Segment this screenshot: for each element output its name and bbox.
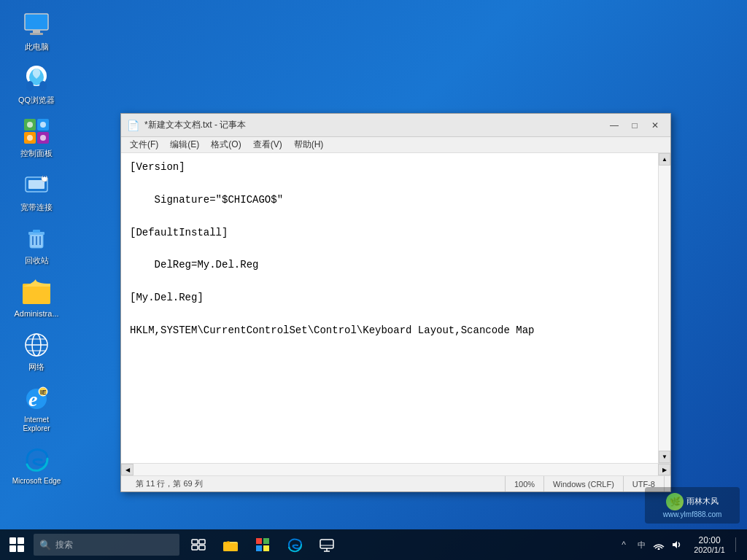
ie-label: Internet Explorer bbox=[10, 416, 63, 433]
desktop-icon-this-pc[interactable]: 此电脑 bbox=[7, 7, 66, 55]
svg-rect-1 bbox=[33, 30, 40, 33]
menu-help[interactable]: 帮助(H) bbox=[288, 137, 330, 152]
edge-taskbar-icon bbox=[286, 536, 303, 553]
notepad-title: *新建文本文档.txt - 记事本 bbox=[144, 119, 603, 131]
edge-icon bbox=[22, 445, 51, 474]
scroll-up-button[interactable]: ▲ bbox=[659, 153, 670, 166]
taskbar-item-store[interactable] bbox=[247, 531, 279, 559]
desktop-icon-network[interactable]: 网络 bbox=[7, 327, 66, 375]
horizontal-scrollbar[interactable]: ◀ ▶ bbox=[121, 463, 670, 475]
taskbar-search[interactable]: 🔍 搜索 bbox=[34, 534, 179, 556]
qq-browser-icon bbox=[22, 63, 51, 93]
status-line-ending: Windows (CRLF) bbox=[544, 476, 624, 491]
svg-point-4 bbox=[26, 81, 34, 91]
menu-edit[interactable]: 编辑(E) bbox=[164, 137, 205, 152]
menu-format[interactable]: 格式(O) bbox=[205, 137, 247, 152]
svg-rect-43 bbox=[263, 545, 269, 551]
qq-browser-label: QQ浏览器 bbox=[18, 96, 55, 105]
notepad-title-icon: 📄 bbox=[127, 120, 139, 131]
desktop-icon-ie[interactable]: e IE Internet Explorer bbox=[7, 381, 66, 436]
tray-volume-icon[interactable] bbox=[669, 537, 684, 552]
close-button[interactable]: ✕ bbox=[646, 118, 665, 133]
svg-rect-2 bbox=[30, 33, 43, 35]
svg-rect-39 bbox=[223, 543, 238, 551]
administrator-label: Administra... bbox=[14, 309, 58, 319]
svg-point-48 bbox=[658, 548, 660, 551]
desktop-icon-control-panel[interactable]: 控制面板 bbox=[7, 114, 66, 161]
svg-point-16 bbox=[42, 176, 47, 182]
menu-view[interactable]: 查看(V) bbox=[247, 137, 288, 152]
ie-icon: e IE bbox=[22, 384, 51, 413]
notepad-textarea[interactable]: [Version] Signature="$CHICAGO$" [Default… bbox=[121, 153, 658, 463]
notepad-titlebar[interactable]: 📄 *新建文本文档.txt - 记事本 — □ ✕ bbox=[121, 114, 670, 137]
svg-rect-15 bbox=[28, 180, 44, 189]
tray-lang-icon[interactable]: 中 bbox=[634, 537, 649, 552]
start-button[interactable] bbox=[0, 529, 34, 560]
clock-time: 20:00 bbox=[694, 535, 725, 545]
svg-point-10 bbox=[27, 122, 33, 128]
tray-network-icon[interactable] bbox=[651, 537, 666, 552]
edge-label: Microsoft Edge bbox=[12, 477, 61, 486]
search-icon: 🔍 bbox=[39, 540, 51, 551]
notepad-content: [Version] Signature="$CHICAGO$" [Default… bbox=[121, 153, 670, 463]
search-placeholder: 搜索 bbox=[55, 539, 73, 551]
notepad-window: 📄 *新建文本文档.txt - 记事本 — □ ✕ 文件(F) 编辑(E) 格式… bbox=[120, 113, 671, 492]
scroll-right-button[interactable]: ▶ bbox=[658, 464, 670, 475]
show-desktop-button[interactable] bbox=[735, 537, 741, 552]
taskbar-item-taskview[interactable] bbox=[182, 531, 214, 559]
this-pc-label: 此电脑 bbox=[25, 42, 49, 52]
control-panel-icon bbox=[22, 117, 51, 146]
svg-point-12 bbox=[27, 135, 33, 141]
hscroll-track[interactable] bbox=[133, 464, 658, 475]
svg-rect-34 bbox=[192, 540, 198, 544]
taskbar-item-network-icon[interactable] bbox=[311, 531, 343, 559]
network-icon bbox=[22, 330, 51, 359]
tray-chevron-icon[interactable]: ^ bbox=[616, 537, 631, 552]
scroll-track[interactable] bbox=[659, 166, 670, 451]
watermark-brand: 雨林木风 bbox=[686, 496, 719, 507]
control-panel-label: 控制面板 bbox=[20, 149, 53, 158]
desktop-icon-administrator[interactable]: Administra... bbox=[7, 274, 66, 322]
svg-rect-44 bbox=[320, 540, 333, 548]
svg-text:IE: IE bbox=[40, 389, 47, 396]
network-label: 网络 bbox=[28, 362, 44, 372]
svg-point-5 bbox=[39, 81, 47, 91]
recycle-bin-label: 回收站 bbox=[25, 256, 49, 265]
svg-point-11 bbox=[40, 122, 46, 128]
desktop-icons: 此电脑 QQ浏览器 bbox=[7, 7, 66, 489]
menu-file[interactable]: 文件(F) bbox=[124, 137, 164, 152]
administrator-icon bbox=[22, 277, 51, 306]
maximize-button[interactable]: □ bbox=[625, 118, 644, 133]
svg-rect-0 bbox=[25, 14, 48, 30]
this-pc-icon bbox=[22, 10, 51, 39]
recycle-bin-icon bbox=[22, 224, 51, 253]
watermark: 🌿 雨林木风 www.ylmf888.com bbox=[645, 487, 740, 524]
notepad-menubar: 文件(F) 编辑(E) 格式(O) 查看(V) 帮助(H) bbox=[121, 137, 670, 153]
scroll-down-button[interactable]: ▼ bbox=[659, 451, 670, 463]
store-icon bbox=[254, 536, 271, 553]
svg-rect-35 bbox=[199, 540, 205, 544]
file-explorer-icon bbox=[222, 536, 239, 553]
taskbar-tray: ^ 中 20:00 2020/1 bbox=[611, 534, 747, 556]
minimize-button[interactable]: — bbox=[605, 118, 624, 133]
taskbar-items bbox=[179, 531, 611, 559]
taskbar-item-edge[interactable] bbox=[279, 531, 311, 559]
desktop-icon-edge[interactable]: Microsoft Edge bbox=[7, 442, 66, 489]
svg-rect-24 bbox=[23, 284, 50, 304]
taskbar-item-file-explorer[interactable] bbox=[214, 531, 247, 559]
svg-rect-37 bbox=[199, 545, 205, 550]
desktop-icon-broadband[interactable]: 宽带连接 bbox=[7, 168, 66, 215]
status-zoom: 100% bbox=[506, 476, 544, 491]
scroll-left-button[interactable]: ◀ bbox=[121, 464, 133, 475]
desktop-icon-qq-browser[interactable]: QQ浏览器 bbox=[7, 61, 66, 108]
broadband-label: 宽带连接 bbox=[20, 203, 53, 212]
svg-rect-41 bbox=[263, 538, 269, 544]
desktop-icon-recycle-bin[interactable]: 回收站 bbox=[7, 221, 66, 268]
broadband-icon bbox=[22, 171, 51, 200]
network-taskbar-icon bbox=[318, 536, 336, 553]
vertical-scrollbar[interactable]: ▲ ▼ bbox=[658, 153, 670, 463]
taskbar-clock[interactable]: 20:00 2020/1/1 bbox=[689, 534, 729, 556]
notepad-statusbar: 第 11 行，第 69 列 100% Windows (CRLF) UTF-8 bbox=[121, 475, 670, 491]
windows-logo-icon bbox=[9, 537, 24, 552]
tray-icons: ^ 中 bbox=[616, 537, 684, 552]
